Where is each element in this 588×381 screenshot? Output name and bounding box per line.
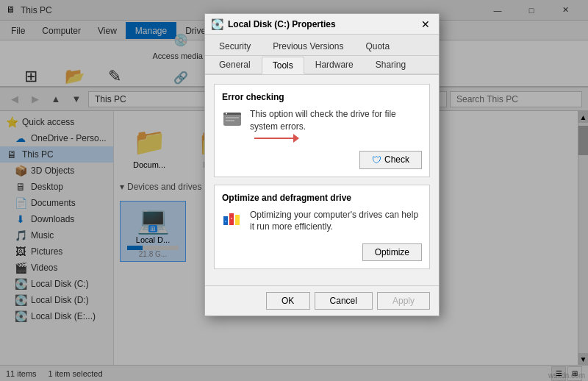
- tab-sharing[interactable]: Sharing: [365, 56, 417, 74]
- dialog-title-icon: 💽: [211, 18, 223, 30]
- dialog-footer: OK Cancel Apply: [205, 285, 439, 316]
- optimize-section: Optimize and defragment drive Optimizing…: [214, 185, 430, 269]
- optimize-icon: [222, 210, 243, 236]
- tab-tools[interactable]: Tools: [262, 57, 304, 74]
- dialog-title-bar: 💽 Local Disk (C:) Properties ✕: [205, 14, 439, 35]
- ok-button[interactable]: OK: [266, 292, 310, 310]
- tab-hardware[interactable]: Hardware: [304, 56, 365, 74]
- error-checking-title: Error checking: [222, 92, 422, 102]
- svg-rect-8: [225, 221, 226, 222]
- svg-rect-7: [235, 215, 240, 225]
- error-checking-section: Error checking This option will check th…: [214, 84, 430, 177]
- arrow-right-icon: [254, 138, 298, 139]
- tab-general[interactable]: General: [208, 56, 262, 74]
- apply-button[interactable]: Apply: [377, 292, 430, 310]
- dialog-close-button[interactable]: ✕: [418, 17, 433, 32]
- svg-rect-3: [226, 117, 239, 118]
- optimize-title: Optimize and defragment drive: [222, 193, 422, 203]
- dialog-tabs-row2: General Tools Hardware Sharing: [205, 56, 439, 75]
- watermark: wsxdn.com: [548, 371, 585, 380]
- svg-point-2: [226, 113, 227, 115]
- dialog-title-text: Local Disk (C:) Properties: [228, 19, 414, 29]
- properties-dialog: 💽 Local Disk (C:) Properties ✕ Security …: [204, 13, 440, 316]
- error-checking-action: 🛡 Check: [222, 151, 422, 169]
- shield-icon: 🛡: [372, 154, 381, 165]
- check-button[interactable]: 🛡 Check: [359, 151, 422, 169]
- modal-overlay: 💽 Local Disk (C:) Properties ✕ Security …: [0, 0, 588, 381]
- optimize-button[interactable]: Optimize: [362, 243, 422, 261]
- check-label: Check: [384, 154, 409, 165]
- optimize-action: Optimize: [222, 243, 422, 261]
- tab-quota[interactable]: Quota: [354, 38, 401, 55]
- error-checking-text: This option will check the drive for fil…: [250, 108, 422, 133]
- optimize-row: Optimizing your computer's drives can he…: [222, 209, 422, 236]
- error-checking-icon: [222, 110, 243, 135]
- optimize-text: Optimizing your computer's drives can he…: [250, 209, 422, 234]
- tab-security[interactable]: Security: [208, 38, 262, 55]
- dialog-content: Error checking This option will check th…: [205, 75, 439, 285]
- svg-rect-4: [226, 120, 234, 121]
- dialog-tabs-row1: Security Previous Versions Quota: [205, 35, 439, 56]
- svg-rect-9: [231, 218, 232, 219]
- error-checking-row: This option will check the drive for fil…: [222, 108, 422, 143]
- arrow-container: [250, 138, 422, 139]
- cancel-button[interactable]: Cancel: [315, 292, 373, 310]
- tab-previous-versions[interactable]: Previous Versions: [262, 38, 354, 55]
